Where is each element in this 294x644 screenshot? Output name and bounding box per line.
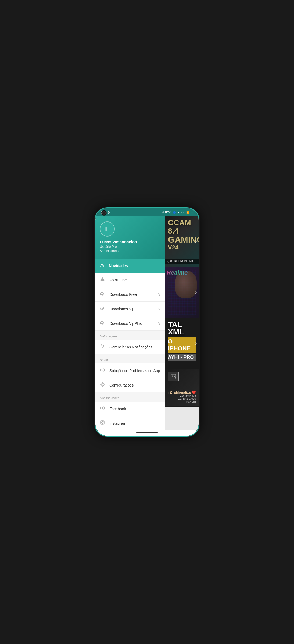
sidebar-item-configuracoes[interactable]: Configurações bbox=[95, 378, 165, 392]
section-ajuda-label: Ajuda bbox=[95, 354, 165, 363]
section-notificacoes-label: Notificações bbox=[95, 331, 165, 340]
sidebar-item-novidades[interactable]: ⚙ Novidades bbox=[95, 259, 165, 273]
main-container: L Lucas Vasconcelos Usuário Pro Administ… bbox=[95, 216, 199, 430]
sidebar-item-downloads-vip[interactable]: Downloads Vip ∨ bbox=[95, 302, 165, 316]
sidebar-item-downloads-vipplus[interactable]: Downloads VipPlus ∨ bbox=[95, 316, 165, 331]
cloud-download-free-icon bbox=[100, 291, 105, 298]
svg-text:f: f bbox=[102, 406, 103, 410]
chevron-down-icon: ∨ bbox=[158, 292, 161, 297]
photo-username: rZ_aMonaliza ❤️ bbox=[168, 390, 196, 394]
svg-text:?: ? bbox=[101, 368, 103, 372]
xml-third-line: AYHI - PRO bbox=[168, 354, 196, 361]
signal-icon: ▲▲▲ bbox=[177, 211, 185, 214]
content-card-xml[interactable]: TAL XML O IPHONE AYHI - PRO › bbox=[165, 318, 199, 369]
novidades-label: Novidades bbox=[109, 264, 128, 268]
instagram-label: Instagram bbox=[109, 421, 161, 425]
user-role-admin: Administrador bbox=[100, 249, 161, 253]
svg-point-6 bbox=[102, 384, 103, 385]
photo-filesize: 102 MB bbox=[168, 400, 196, 403]
downloads-free-label: Downloads Free bbox=[109, 292, 153, 297]
chevron-down-vipplus-icon: ∨ bbox=[158, 321, 161, 326]
home-indicator[interactable] bbox=[136, 432, 158, 433]
section-nossas-redes-label: Nossas redes bbox=[95, 392, 165, 402]
gcam-overlay-text: ÇÃO DE PROBLEMAS COM ... bbox=[165, 259, 199, 264]
sidebar-item-instagram[interactable]: Instagram bbox=[95, 416, 165, 430]
bell-icon bbox=[100, 344, 105, 350]
bottom-bar bbox=[95, 430, 199, 436]
cloud-download-vip-icon bbox=[100, 305, 105, 312]
photo-dimensions: 12750 x 17000 bbox=[168, 397, 196, 400]
photo-info: rZ_aMonaliza ❤️ 216.8MP .jpg 12750 x 170… bbox=[168, 390, 196, 403]
user-name: Lucas Vasconcelos bbox=[100, 239, 161, 245]
facebook-label: Facebook bbox=[109, 407, 161, 411]
solucao-problemas-label: Solução de Problemas no App bbox=[109, 369, 161, 373]
user-role-pro: Usuário Pro bbox=[100, 245, 161, 249]
gerenciar-notificacoes-label: Gerenciar as Notificações bbox=[109, 345, 161, 349]
phone-frame: 16:40 0.1KB/s 🔵 ▲▲▲ 📶 ▬ L Lucas Vasconce… bbox=[95, 207, 199, 437]
sidebar-item-solucao-problemas[interactable]: ? Solução de Problemas no App bbox=[95, 363, 165, 378]
navigate-right-portrait-icon[interactable]: › bbox=[195, 289, 197, 296]
content-panel: GCAM 8.4 GAMING V24 ÇÃO DE PROBLEMAS COM… bbox=[165, 216, 199, 430]
drawer-header: L Lucas Vasconcelos Usuário Pro Administ… bbox=[95, 216, 165, 259]
wifi-icon: 📶 bbox=[186, 211, 189, 214]
cloud-download-vipplus-icon bbox=[100, 320, 105, 327]
instagram-icon bbox=[100, 420, 105, 427]
gcam-info: GCAM 8.4 GAMING V24 bbox=[168, 219, 199, 251]
navigate-right-xml-icon[interactable]: › bbox=[195, 340, 197, 347]
settings-icon: ⚙ bbox=[100, 263, 105, 269]
svg-rect-13 bbox=[171, 374, 176, 379]
help-circle-icon: ? bbox=[100, 367, 105, 374]
sidebar-item-fotoclube[interactable]: FotoClube bbox=[95, 273, 165, 287]
xml-subtitle-text: O IPHONE bbox=[168, 337, 196, 353]
photo-filename: 216.8MP .jpg bbox=[168, 394, 196, 397]
portrait-text-overlay: Realme bbox=[167, 269, 188, 276]
svg-point-14 bbox=[172, 376, 173, 377]
fotoclube-icon bbox=[100, 276, 105, 283]
sidebar-item-downloads-free[interactable]: Downloads Free ∨ bbox=[95, 287, 165, 302]
gcam-subtitle: GAMING bbox=[168, 235, 199, 244]
downloads-vip-label: Downloads Vip bbox=[109, 307, 153, 311]
status-icons: 0.1KB/s 🔵 ▲▲▲ 📶 ▬ bbox=[162, 211, 193, 214]
avatar: L bbox=[100, 221, 115, 237]
status-bar: 16:40 0.1KB/s 🔵 ▲▲▲ 📶 ▬ bbox=[95, 208, 199, 216]
xml-title-text: TAL XML bbox=[168, 321, 196, 336]
network-speed-icon: 0.1KB/s bbox=[162, 211, 172, 214]
navigate-right-icon[interactable]: › bbox=[195, 238, 197, 245]
fotoclube-label: FotoClube bbox=[109, 278, 161, 282]
downloads-vipplus-label: Downloads VipPlus bbox=[109, 321, 153, 326]
configuracoes-label: Configurações bbox=[109, 383, 161, 387]
content-card-portrait[interactable]: Realme › bbox=[165, 267, 199, 318]
svg-point-10 bbox=[102, 422, 103, 424]
sidebar-item-gerenciar-notificacoes[interactable]: Gerenciar as Notificações bbox=[95, 340, 165, 354]
facebook-icon: f bbox=[100, 405, 105, 412]
phone-screen: 16:40 0.1KB/s 🔵 ▲▲▲ 📶 ▬ L Lucas Vasconce… bbox=[95, 208, 199, 436]
sidebar-item-facebook[interactable]: f Facebook bbox=[95, 402, 165, 416]
gear-icon bbox=[100, 382, 105, 388]
gcam-version: V24 bbox=[168, 244, 199, 251]
content-card-gcam[interactable]: GCAM 8.4 GAMING V24 ÇÃO DE PROBLEMAS COM… bbox=[165, 216, 199, 267]
gcam-title: GCAM 8.4 bbox=[168, 219, 199, 235]
battery-icon: ▬ bbox=[191, 211, 193, 214]
svg-marker-0 bbox=[100, 277, 105, 281]
photo-thumbnail-icon bbox=[168, 372, 179, 381]
bluetooth-icon: 🔵 bbox=[173, 211, 176, 214]
navigation-drawer: L Lucas Vasconcelos Usuário Pro Administ… bbox=[95, 216, 165, 430]
chevron-down-vip-icon: ∨ bbox=[158, 306, 161, 311]
content-card-photo[interactable]: rZ_aMonaliza ❤️ 216.8MP .jpg 12750 x 170… bbox=[165, 369, 199, 407]
svg-point-11 bbox=[103, 421, 104, 422]
